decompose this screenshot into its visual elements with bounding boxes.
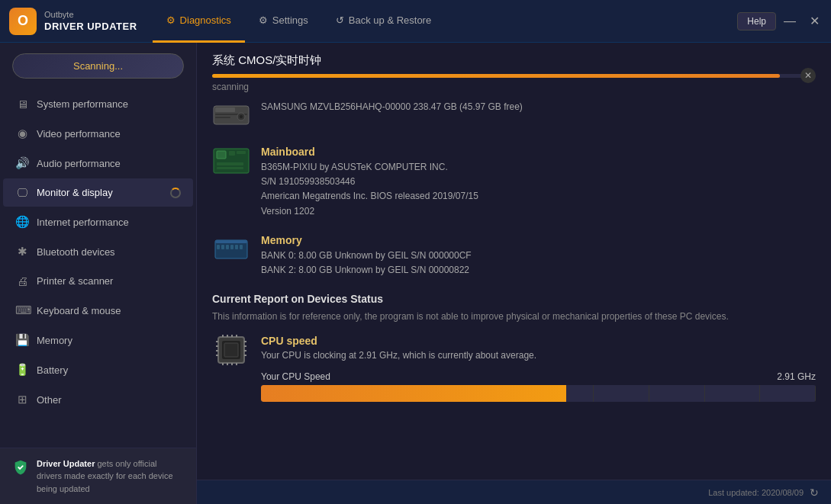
- cpu-description: Your CPU is clocking at 2.91 GHz, which …: [261, 350, 816, 361]
- cpu-bar-outer: [261, 385, 816, 402]
- app-logo: O: [9, 8, 37, 35]
- sidebar-item-video-performance-label: Video performance: [37, 128, 121, 140]
- memory-detail: BANK 0: 8.00 GB Unknown by GEIL S/N 0000…: [261, 249, 816, 278]
- footer-text: Driver Updater gets only official driver…: [37, 457, 184, 496]
- device-card-hdd: SAMSUNG MZVLB256HAHQ-00000 238.47 GB (45…: [212, 100, 816, 130]
- svg-rect-9: [237, 151, 246, 154]
- sidebar-item-bluetooth-devices-label: Bluetooth devices: [37, 246, 115, 258]
- content-panel: 系统 CMOS/实时时钟 ✕ scanning: [197, 43, 831, 504]
- sidebar-item-audio-performance[interactable]: 🔊 Audio performance: [3, 149, 193, 178]
- cpu-bar-value: 2.91 GHz: [777, 371, 816, 382]
- page-title: 系统 CMOS/实时时钟: [212, 53, 321, 66]
- scanning-label: scanning: [212, 82, 816, 92]
- tab-settings[interactable]: ⚙ Settings: [245, 0, 322, 43]
- sidebar-item-battery[interactable]: 🔋 Battery: [3, 355, 193, 384]
- app-name-top: Outbyte: [44, 10, 137, 20]
- svg-rect-16: [226, 245, 229, 249]
- sidebar-footer: Driver Updater gets only official driver…: [0, 448, 196, 505]
- close-button[interactable]: ✕: [804, 11, 825, 32]
- cpu-bar-section: Your CPU Speed 2.91 GHz: [261, 371, 816, 402]
- cpu-bar-segment: [760, 385, 816, 402]
- sidebar-item-system-performance[interactable]: 🖥 System performance: [3, 90, 193, 118]
- main-content: Scanning... 🖥 System performance ◉ Video…: [0, 43, 831, 504]
- tab-bar: ⚙ Diagnostics ⚙ Settings ↺ Back up & Res…: [137, 0, 738, 43]
- sidebar-item-memory[interactable]: 💾 Memory: [3, 326, 193, 355]
- tab-backup-restore-label: Back up & Restore: [349, 14, 431, 26]
- mainboard-icon-wrap: [212, 146, 250, 176]
- cpu-bar-segment: [705, 385, 761, 402]
- window-controls: Help — ✕: [737, 11, 831, 32]
- mainboard-info: Mainboard B365M-PIXIU by ASUSTeK COMPUTE…: [261, 146, 816, 219]
- memory-info: Memory BANK 0: 8.00 GB Unknown by GEIL S…: [261, 234, 816, 278]
- sidebar-item-other-label: Other: [37, 394, 62, 406]
- monitor-display-icon: 🖵: [15, 186, 29, 199]
- sidebar-item-bluetooth-devices[interactable]: ✱ Bluetooth devices: [3, 237, 193, 266]
- help-button[interactable]: Help: [737, 12, 776, 30]
- sidebar-item-battery-label: Battery: [37, 364, 68, 376]
- sidebar-item-other[interactable]: ⊞ Other: [3, 385, 193, 414]
- sidebar-item-keyboard-mouse[interactable]: ⌨ Keyboard & mouse: [3, 296, 193, 325]
- printer-icon: 🖨: [15, 274, 29, 287]
- mainboard-detail: B365M-PIXIU by ASUSTeK COMPUTER INC. S/N…: [261, 160, 816, 219]
- cpu-icon-wrap: [212, 335, 250, 365]
- refresh-icon[interactable]: ↻: [810, 486, 819, 499]
- hdd-detail: SAMSUNG MZVLB256HAHQ-00000 238.47 GB (45…: [261, 100, 816, 114]
- svg-rect-8: [229, 151, 235, 156]
- sidebar-item-monitor-display[interactable]: 🖵 Monitor & display: [3, 178, 193, 207]
- svg-rect-1: [215, 108, 235, 112]
- diagnostics-icon: ⚙: [166, 14, 176, 26]
- ram-icon: [212, 236, 250, 263]
- scan-button[interactable]: Scanning...: [12, 53, 184, 79]
- app-name-block: Outbyte DRIVER UPDATER: [44, 10, 137, 31]
- mainboard-icon: [212, 147, 250, 175]
- device-card-mainboard: Mainboard B365M-PIXIU by ASUSTeK COMPUTE…: [212, 146, 816, 219]
- sidebar-item-video-performance[interactable]: ◉ Video performance: [3, 119, 193, 148]
- sidebar-item-audio-performance-label: Audio performance: [37, 158, 121, 169]
- close-progress-button[interactable]: ✕: [800, 68, 816, 83]
- svg-rect-10: [217, 162, 243, 165]
- cpu-section: CPU speed Your CPU is clocking at 2.91 G…: [212, 335, 816, 402]
- svg-rect-19: [240, 245, 243, 249]
- cpu-bar-fill: [261, 385, 566, 402]
- shield-icon: [12, 459, 29, 476]
- minimize-button[interactable]: —: [779, 11, 800, 32]
- tab-diagnostics-label: Diagnostics: [180, 14, 231, 26]
- svg-rect-20: [217, 255, 246, 257]
- report-description: This information is for reference only, …: [212, 310, 816, 324]
- report-section: Current Report on Devices Status This in…: [212, 293, 816, 324]
- hdd-icon-wrap: [212, 100, 250, 130]
- svg-rect-14: [217, 245, 220, 249]
- system-performance-icon: 🖥: [15, 98, 29, 111]
- svg-rect-11: [217, 167, 243, 169]
- hdd-icon: [212, 103, 250, 127]
- cpu-bar-label: Your CPU Speed: [261, 371, 330, 382]
- loading-spinner: [170, 188, 181, 198]
- cpu-title: CPU speed: [261, 335, 816, 347]
- internet-performance-icon: 🌐: [15, 215, 29, 229]
- app-name-bottom: DRIVER UPDATER: [44, 21, 137, 32]
- sidebar-item-keyboard-mouse-label: Keyboard & mouse: [37, 305, 121, 316]
- video-performance-icon: ◉: [15, 127, 29, 140]
- svg-rect-3: [215, 117, 230, 118]
- sidebar-item-internet-performance[interactable]: 🌐 Internet performance: [3, 207, 193, 236]
- tab-backup-restore[interactable]: ↺ Back up & Restore: [322, 0, 445, 43]
- cpu-bar-label-row: Your CPU Speed 2.91 GHz: [261, 371, 816, 382]
- last-updated-text: Last updated: 2020/08/09: [708, 488, 804, 497]
- progress-bar-fill: [212, 74, 780, 78]
- tab-diagnostics[interactable]: ⚙ Diagnostics: [153, 0, 245, 43]
- cpu-bar-segment: [649, 385, 705, 402]
- svg-rect-7: [217, 151, 226, 159]
- footer-highlight: Driver Updater: [37, 459, 95, 468]
- sidebar-items: 🖥 System performance ◉ Video performance…: [0, 89, 196, 448]
- sidebar-item-printer-scanner[interactable]: 🖨 Printer & scanner: [3, 267, 193, 295]
- progress-bar-wrap: ✕: [212, 74, 816, 78]
- memory-name: Memory: [261, 234, 816, 246]
- sidebar-item-monitor-display-label: Monitor & display: [37, 187, 113, 198]
- svg-rect-18: [235, 245, 238, 249]
- battery-icon: 🔋: [15, 363, 29, 377]
- other-icon: ⊞: [15, 393, 29, 406]
- app-branding: O Outbyte DRIVER UPDATER: [0, 8, 137, 35]
- svg-rect-15: [221, 245, 224, 249]
- memory-icon-wrap: [212, 234, 250, 265]
- cpu-info: CPU speed Your CPU is clocking at 2.91 G…: [261, 335, 816, 402]
